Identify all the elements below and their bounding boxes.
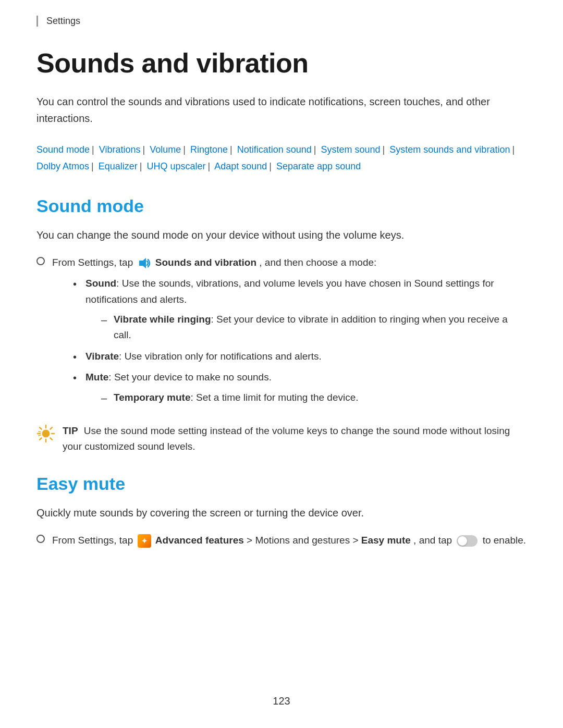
step-content: From Settings, tap Sounds and vibration … bbox=[52, 255, 527, 411]
easy-mute-step-prefix: From Settings, tap bbox=[52, 535, 136, 546]
circle-bullet-icon bbox=[36, 257, 45, 265]
intro-text: You can control the sounds and vibration… bbox=[36, 93, 527, 127]
sound-mode-section: Sound mode You can change the sound mode… bbox=[36, 196, 527, 455]
bullet-mute: Mute: Set your device to make no sounds.… bbox=[73, 369, 527, 405]
step-prefix-text: From Settings, tap bbox=[52, 257, 136, 268]
sun-icon bbox=[36, 424, 55, 443]
nav-link-system-sound[interactable]: System sound bbox=[321, 144, 381, 155]
nav-link-vibrations[interactable]: Vibrations bbox=[99, 144, 141, 155]
svg-line-5 bbox=[40, 427, 42, 429]
svg-marker-0 bbox=[139, 258, 146, 268]
page-number: 123 bbox=[0, 695, 563, 707]
nav-link-volume[interactable]: Volume bbox=[150, 144, 181, 155]
easy-mute-middle: > Motions and gestures > bbox=[247, 535, 361, 546]
easy-mute-end: to enable. bbox=[483, 535, 526, 546]
step-app-name: Sounds and vibration bbox=[155, 257, 256, 268]
nav-link-sound-mode[interactable]: Sound mode bbox=[36, 144, 90, 155]
easy-mute-label: Easy mute bbox=[361, 535, 411, 546]
page-container: Settings Sounds and vibration You can co… bbox=[0, 0, 563, 728]
tip-content: TIP Use the sound mode setting instead o… bbox=[63, 423, 527, 455]
nav-link-separate-app-sound[interactable]: Separate app sound bbox=[276, 161, 361, 171]
sounds-vibration-icon bbox=[138, 257, 151, 269]
easy-mute-section: Easy mute Quickly mute sounds by coverin… bbox=[36, 474, 527, 548]
svg-line-7 bbox=[50, 427, 52, 429]
nav-link-system-sounds-vibration[interactable]: System sounds and vibration bbox=[389, 144, 510, 155]
mode-bullet-list: Sound: Use the sounds, vibrations, and v… bbox=[52, 276, 527, 405]
breadcrumb: Settings bbox=[36, 16, 527, 27]
tip-box: TIP Use the sound mode setting instead o… bbox=[36, 423, 527, 455]
mute-sub-list: Temporary mute: Set a time limit for mut… bbox=[85, 390, 527, 405]
svg-point-9 bbox=[42, 430, 50, 437]
easy-mute-step: From Settings, tap ✦ Advanced features >… bbox=[36, 533, 527, 548]
sound-mode-intro: You can change the sound mode on your de… bbox=[36, 227, 527, 243]
advanced-features-icon: ✦ bbox=[138, 534, 151, 548]
svg-line-10 bbox=[39, 431, 41, 432]
svg-line-6 bbox=[50, 438, 52, 440]
easy-mute-step-suffix: , and tap bbox=[413, 535, 455, 546]
bullet-vibrate: Vibrate: Use vibration only for notifica… bbox=[73, 349, 527, 364]
nav-link-dolby-atmos[interactable]: Dolby Atmos bbox=[36, 161, 89, 171]
tip-sun-icon bbox=[36, 424, 55, 448]
tip-text: Use the sound mode setting instead of th… bbox=[63, 425, 510, 452]
dash-vibrate-while-ringing: Vibrate while ringing: Set your device t… bbox=[101, 312, 527, 343]
svg-line-8 bbox=[40, 438, 42, 440]
easy-mute-title: Easy mute bbox=[36, 474, 527, 494]
nav-link-uhq-upscaler[interactable]: UHQ upscaler bbox=[147, 161, 206, 171]
svg-line-11 bbox=[39, 435, 41, 436]
nav-link-adapt-sound[interactable]: Adapt sound bbox=[214, 161, 267, 171]
easy-mute-intro: Quickly mute sounds by covering the scre… bbox=[36, 504, 527, 521]
nav-link-notification-sound[interactable]: Notification sound bbox=[237, 144, 312, 155]
sound-mode-title: Sound mode bbox=[36, 196, 527, 216]
easy-mute-circle-bullet bbox=[36, 535, 45, 543]
nav-link-ringtone[interactable]: Ringtone bbox=[190, 144, 228, 155]
dash-temporary-mute: Temporary mute: Set a time limit for mut… bbox=[101, 390, 527, 405]
page-title: Sounds and vibration bbox=[36, 47, 527, 79]
sound-sub-list: Vibrate while ringing: Set your device t… bbox=[85, 312, 527, 343]
toggle-icon bbox=[457, 535, 478, 547]
nav-links: Sound mode| Vibrations| Volume| Ringtone… bbox=[36, 141, 527, 175]
easy-mute-step-content: From Settings, tap ✦ Advanced features >… bbox=[52, 533, 527, 548]
advanced-features-label: Advanced features bbox=[155, 535, 244, 546]
bullet-sound: Sound: Use the sounds, vibrations, and v… bbox=[73, 276, 527, 343]
sound-mode-step: From Settings, tap Sounds and vibration … bbox=[36, 255, 527, 411]
nav-link-equalizer[interactable]: Equalizer bbox=[99, 161, 138, 171]
tip-label: TIP bbox=[63, 425, 78, 436]
step-suffix-text: , and then choose a mode: bbox=[259, 257, 376, 268]
